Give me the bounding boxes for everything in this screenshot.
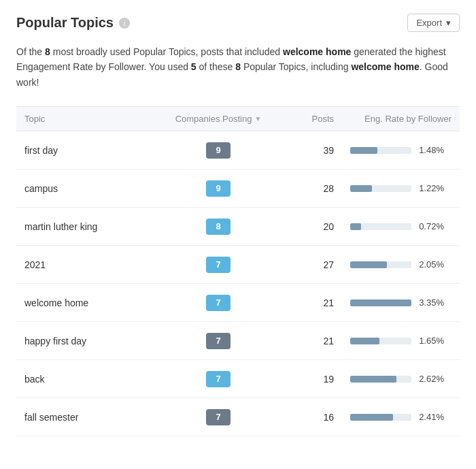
table-row: welcome home 7 21 3.35% (16, 284, 460, 322)
keyword: welcome home (283, 46, 351, 57)
cell-companies: 8 (149, 212, 288, 242)
eng-rate-value: 2.05% (417, 259, 444, 270)
table-row: fall semester 7 16 2.41% (16, 398, 460, 436)
col-eng-rate: Eng. Rate by Follower (342, 107, 460, 131)
num3: 8 (235, 61, 241, 72)
bar-container (350, 223, 411, 230)
cell-eng-rate: 2.05% (342, 253, 460, 276)
bar-container (350, 338, 411, 344)
table-row: 2021 7 27 2.05% (16, 246, 460, 284)
cell-posts: 28 (288, 176, 342, 201)
col-topic: Topic (16, 107, 149, 131)
bar-container (350, 147, 411, 154)
cell-topic: first day (16, 138, 149, 163)
summary-text: Of the 8 most broadly used Popular Topic… (16, 44, 460, 90)
cell-posts: 27 (288, 253, 342, 277)
cell-eng-rate: 2.62% (342, 367, 460, 391)
cell-eng-rate: 1.65% (342, 329, 460, 353)
cell-topic: campus (16, 176, 149, 201)
table-header: Topic Companies Posting ▼ Posts Eng. Rat… (16, 106, 460, 131)
bar-container (350, 414, 411, 421)
companies-badge: 8 (206, 219, 231, 235)
cell-companies: 7 (149, 288, 288, 318)
sort-icon[interactable]: ▼ (254, 115, 261, 123)
data-table: Topic Companies Posting ▼ Posts Eng. Rat… (16, 106, 460, 436)
eng-rate-value: 2.62% (417, 374, 444, 384)
cell-topic: happy first day (16, 329, 149, 353)
table-row: campus 9 28 1.22% (16, 169, 460, 208)
cell-eng-rate: 0.72% (342, 214, 460, 238)
cell-posts: 20 (288, 214, 342, 239)
cell-topic: back (16, 367, 149, 391)
cell-eng-rate: 3.35% (342, 291, 460, 314)
companies-badge: 7 (206, 333, 231, 349)
col-posts: Posts (288, 107, 342, 131)
companies-badge: 7 (206, 295, 231, 311)
cell-companies: 7 (149, 326, 288, 356)
cell-companies: 9 (149, 135, 288, 165)
title-row: Popular Topics i (16, 15, 130, 31)
bar-fill (350, 376, 396, 383)
keyword2: welcome home (351, 61, 419, 72)
table-row: first day 9 39 1.48% (16, 131, 460, 169)
info-icon[interactable]: i (119, 18, 130, 29)
num1: 8 (45, 46, 50, 57)
cell-posts: 21 (288, 329, 342, 353)
cell-topic: fall semester (16, 405, 149, 430)
companies-badge: 7 (206, 409, 231, 425)
export-button[interactable]: Export ▾ (407, 14, 460, 32)
bar-fill (350, 338, 379, 344)
table-row: happy first day 7 21 1.65% (16, 322, 460, 360)
page-title: Popular Topics (16, 15, 114, 31)
bar-container (350, 185, 411, 192)
companies-badge: 9 (206, 142, 231, 159)
page-header: Popular Topics i Export ▾ (16, 14, 460, 32)
eng-rate-value: 0.72% (417, 221, 444, 231)
cell-topic: welcome home (16, 291, 149, 315)
table-row: martin luther king 8 20 0.72% (16, 208, 460, 246)
eng-rate-value: 1.22% (417, 183, 444, 193)
bar-fill (350, 261, 387, 268)
bar-fill (350, 147, 377, 154)
eng-rate-value: 1.65% (417, 336, 444, 346)
num2: 5 (191, 61, 197, 72)
companies-badge: 9 (206, 180, 231, 197)
cell-eng-rate: 1.48% (342, 138, 460, 162)
table-row: back 7 19 2.62% (16, 360, 460, 398)
table-body: first day 9 39 1.48% campus 9 28 1.22% m… (16, 131, 460, 436)
bar-container (350, 376, 411, 383)
eng-rate-value: 2.41% (417, 412, 444, 422)
export-label: Export (416, 18, 442, 28)
col-companies: Companies Posting ▼ (149, 107, 288, 131)
cell-companies: 7 (149, 364, 288, 394)
cell-companies: 7 (149, 402, 288, 432)
cell-posts: 19 (288, 367, 342, 391)
cell-posts: 16 (288, 405, 342, 430)
cell-posts: 21 (288, 291, 342, 315)
cell-eng-rate: 1.22% (342, 176, 460, 200)
eng-rate-value: 1.48% (417, 145, 444, 155)
cell-topic: 2021 (16, 253, 149, 277)
bar-fill (350, 300, 411, 306)
cell-companies: 9 (149, 174, 288, 204)
bar-fill (350, 414, 393, 421)
companies-badge: 7 (206, 371, 231, 387)
cell-companies: 7 (149, 250, 288, 280)
chevron-down-icon: ▾ (446, 18, 451, 28)
cell-topic: martin luther king (16, 214, 149, 239)
companies-badge: 7 (206, 257, 231, 273)
bar-container (350, 261, 411, 268)
bar-fill (350, 185, 372, 192)
cell-eng-rate: 2.41% (342, 405, 460, 429)
eng-rate-value: 3.35% (417, 297, 444, 308)
bar-fill (350, 223, 361, 230)
cell-posts: 39 (288, 138, 342, 163)
bar-container (350, 300, 411, 306)
